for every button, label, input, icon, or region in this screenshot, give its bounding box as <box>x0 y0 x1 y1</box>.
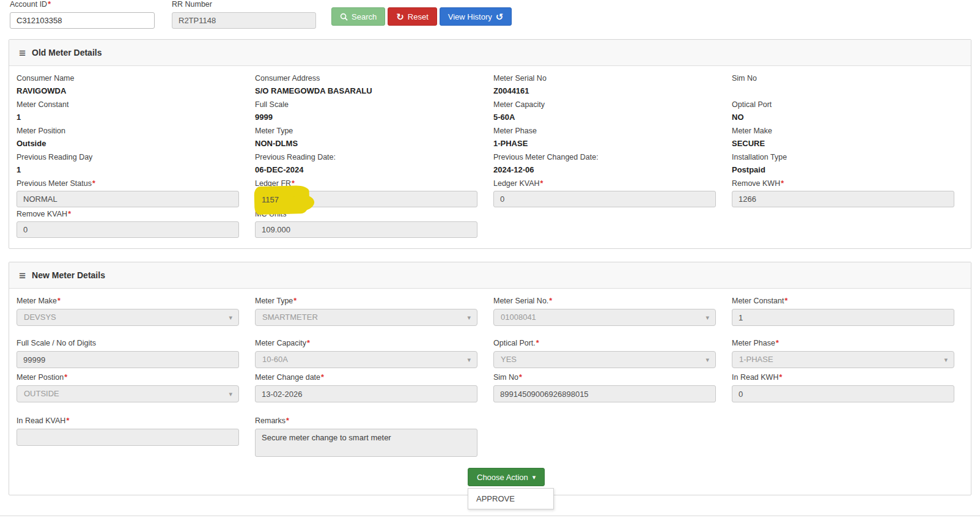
info-previous-meter-changed-date: Previous Meter Changed Date:2024-12-06 <box>493 152 716 179</box>
empty-cell <box>732 209 954 240</box>
empty-cell <box>493 416 716 459</box>
search-icon <box>340 13 348 21</box>
remove-kwh-input[interactable] <box>732 191 954 207</box>
field-ledger-kvah: Ledger KVAH* <box>493 179 716 209</box>
meter-type-select[interactable]: SMARTMETER▾ <box>255 309 477 326</box>
info-meter-capacity: Meter Capacity5-60A <box>493 100 716 126</box>
field-meter-make: Meter Make* DEVSYS▾ <box>17 296 239 326</box>
meter-serial-no-select[interactable]: 01008041▾ <box>493 309 716 326</box>
rr-number-group: RR Number <box>172 0 316 29</box>
search-button[interactable]: Search <box>331 7 385 26</box>
required-asterisk: * <box>536 339 539 347</box>
field-meter-phase: Meter Phase* 1-PHASE▾ <box>732 338 954 368</box>
choose-action-label: Choose Action <box>477 473 528 482</box>
refresh-icon: ↻ <box>396 12 404 21</box>
empty-cell <box>732 416 954 459</box>
field-remove-kvah: Remove KVAH* <box>17 209 239 240</box>
info-meter-make: Meter MakeSECURE <box>732 126 954 152</box>
field-in-read-kwh: In Read KWH* <box>732 372 954 402</box>
chevron-down-icon: ▾ <box>467 314 471 322</box>
chevron-down-icon: ▾ <box>229 390 232 398</box>
chevron-down-icon: ▾ <box>706 314 709 322</box>
new-meter-header: ≡ New Meter Details <box>9 262 971 289</box>
field-sim-no: Sim No* <box>493 372 716 402</box>
info-meter-constant: Meter Constant1 <box>17 100 239 126</box>
action-dropdown-menu: APPROVE <box>468 488 554 509</box>
optical-port-select[interactable]: YES▾ <box>493 351 716 368</box>
account-id-group: Account ID* <box>10 0 155 29</box>
info-meter-position: Meter PositionOutside <box>17 126 239 152</box>
info-optical-port: Optical PortNO <box>732 100 954 126</box>
required-asterisk: * <box>784 297 787 305</box>
sim-no-input[interactable] <box>493 385 716 402</box>
meter-capacity-select[interactable]: 10-60A▾ <box>255 351 477 368</box>
info-meter-serial-no: Meter Serial NoZ0044161 <box>493 73 716 100</box>
remove-kvah-input[interactable] <box>17 221 239 238</box>
required-asterisk: * <box>66 416 69 425</box>
rr-number-input[interactable] <box>172 12 316 29</box>
rr-number-label: RR Number <box>172 0 316 9</box>
field-previous-meter-status: Previous Meter Status* <box>17 179 239 209</box>
footer-divider <box>0 516 980 516</box>
new-meter-panel: ≡ New Meter Details Meter Make* DEVSYS▾ … <box>9 262 971 495</box>
meter-phase-select[interactable]: 1-PHASE▾ <box>732 351 954 368</box>
view-history-button[interactable]: View History ↺ <box>440 7 512 26</box>
info-sim-no: Sim No <box>732 73 954 100</box>
menu-item-approve[interactable]: APPROVE <box>468 492 553 506</box>
remarks-textarea[interactable]: Secure meter change to smart meter <box>255 429 477 457</box>
toolbar-buttons: Search ↻ Reset View History ↺ <box>331 7 512 26</box>
info-meter-type: Meter TypeNON-DLMS <box>255 126 477 152</box>
new-meter-title: New Meter Details <box>32 270 105 280</box>
field-meter-type: Meter Type* SMARTMETER▾ <box>255 296 477 326</box>
required-asterisk: * <box>92 179 95 188</box>
view-history-label: View History <box>448 12 492 21</box>
account-id-input[interactable] <box>10 12 155 29</box>
old-meter-body: Consumer NameRAVIGOWDA Consumer AddressS… <box>9 66 971 248</box>
meter-change-date-input[interactable] <box>255 385 477 402</box>
search-button-label: Search <box>352 12 377 21</box>
in-read-kvah-input[interactable] <box>17 429 239 446</box>
meter-constant-input[interactable] <box>732 309 954 326</box>
empty-cell <box>493 209 716 240</box>
field-optical-port: Optical Port.* YES▾ <box>493 338 716 368</box>
ledger-fr-input[interactable] <box>256 191 477 208</box>
search-toolbar: Account ID* RR Number Search ↻ Reset Vie… <box>0 0 980 35</box>
field-remarks: Remarks* Secure meter change to smart me… <box>255 416 477 459</box>
account-id-label: Account ID* <box>10 0 155 9</box>
chevron-down-icon: ▾ <box>229 314 232 322</box>
field-meter-position: Meter Postion* OUTSIDE▾ <box>17 372 239 402</box>
chevron-down-icon: ▾ <box>706 356 709 364</box>
ledger-kvah-input[interactable] <box>493 191 716 207</box>
field-full-scale-digits: Full Scale / No of Digits* <box>17 338 239 368</box>
required-asterisk: * <box>781 179 784 188</box>
old-meter-panel: ≡ Old Meter Details Consumer NameRAVIGOW… <box>9 39 971 249</box>
reset-button-label: Reset <box>408 12 429 21</box>
meter-position-select[interactable]: OUTSIDE▾ <box>17 385 239 402</box>
field-in-read-kvah: In Read KVAH* <box>17 416 239 459</box>
required-asterisk: * <box>540 179 543 188</box>
full-scale-digits-input[interactable] <box>17 351 239 368</box>
required-asterisk: * <box>779 373 782 382</box>
field-meter-capacity: Meter Capacity* 10-60A▾ <box>255 338 477 368</box>
previous-meter-status-input[interactable] <box>17 191 239 207</box>
required-asterisk: * <box>549 297 552 305</box>
new-meter-body: Meter Make* DEVSYS▾ Meter Type* SMARTMET… <box>9 289 971 495</box>
required-asterisk: * <box>519 373 522 382</box>
required-asterisk: * <box>321 373 324 382</box>
choose-action-button[interactable]: Choose Action ▾ <box>468 468 545 486</box>
field-remove-kwh: Remove KWH* <box>732 179 954 209</box>
meter-make-select[interactable]: DEVSYS▾ <box>17 309 239 326</box>
info-installation-type: Installation TypePostpaid <box>732 152 954 179</box>
info-consumer-address: Consumer AddressS/O RAMEGOWDA BASARALU <box>255 73 477 100</box>
in-read-kwh-input[interactable] <box>732 385 954 402</box>
required-asterisk: * <box>293 297 297 305</box>
required-asterisk: * <box>776 339 779 347</box>
history-icon: ↺ <box>496 12 504 21</box>
field-meter-change-date: Meter Change date* <box>255 372 477 402</box>
field-meter-serial-no: Meter Serial No.* 01008041▾ <box>493 296 716 326</box>
action-area: Choose Action ▾ APPROVE <box>468 468 559 486</box>
caret-down-icon: ▾ <box>532 473 536 481</box>
mc-units-input[interactable] <box>255 221 477 238</box>
required-asterisk: * <box>57 297 61 305</box>
reset-button[interactable]: ↻ Reset <box>388 7 437 26</box>
